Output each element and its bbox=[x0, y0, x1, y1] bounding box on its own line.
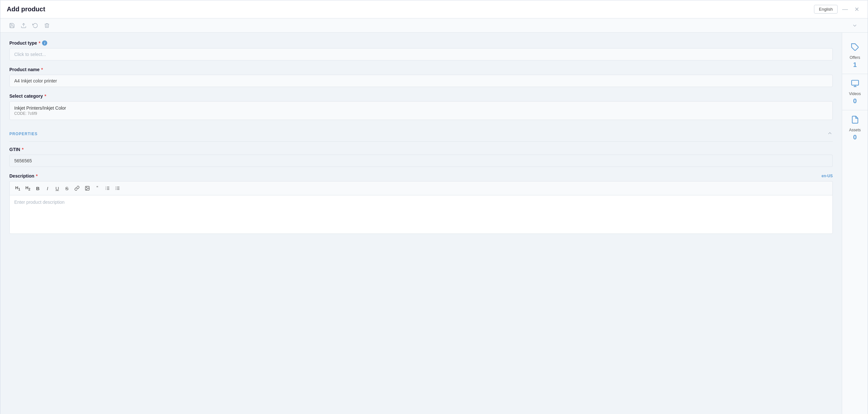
product-type-field: Product type * i bbox=[9, 40, 833, 60]
gtin-input[interactable] bbox=[9, 155, 833, 167]
description-required: * bbox=[36, 173, 37, 179]
link-icon bbox=[74, 186, 80, 191]
delete-button[interactable] bbox=[42, 21, 52, 30]
blockquote-icon: “ bbox=[96, 185, 98, 191]
right-sidebar: Offers 1 Videos 0 bbox=[842, 33, 868, 414]
page-title: Add product bbox=[7, 5, 45, 13]
blockquote-button[interactable]: “ bbox=[93, 184, 102, 193]
svg-point-12 bbox=[116, 187, 117, 187]
videos-label: Videos bbox=[849, 92, 861, 96]
editor-toolbar: H1 H2 B I U bbox=[9, 181, 833, 195]
export-icon bbox=[21, 23, 27, 28]
select-category-label-text: Select category bbox=[9, 93, 43, 99]
videos-count: 0 bbox=[853, 97, 857, 105]
product-type-input[interactable] bbox=[9, 48, 833, 60]
category-name: Inkjet Printers/Inkjet Color bbox=[14, 106, 828, 111]
unordered-list-icon bbox=[115, 186, 120, 191]
select-category-field: Select category * Inkjet Printers/Inkjet… bbox=[9, 93, 833, 120]
sidebar-item-assets[interactable]: Assets 0 bbox=[842, 110, 868, 146]
minimize-icon: — bbox=[842, 6, 848, 12]
svg-point-13 bbox=[116, 188, 117, 188]
export-button[interactable] bbox=[19, 21, 29, 30]
underline-icon: U bbox=[55, 186, 59, 191]
ordered-list-button[interactable]: 1 2 3 bbox=[102, 184, 112, 192]
chevron-up-icon bbox=[827, 130, 833, 136]
sidebar-item-videos[interactable]: Videos 0 bbox=[842, 74, 868, 110]
language-button[interactable]: English bbox=[814, 5, 838, 13]
save-button[interactable] bbox=[7, 21, 17, 30]
title-bar: Add product English — ✕ bbox=[0, 0, 868, 19]
svg-rect-16 bbox=[851, 80, 859, 85]
description-placeholder: Enter product description bbox=[14, 200, 65, 205]
bold-icon: B bbox=[36, 186, 39, 191]
product-name-input[interactable] bbox=[9, 75, 833, 87]
italic-icon: I bbox=[47, 186, 48, 191]
assets-count: 0 bbox=[853, 134, 857, 141]
videos-icon bbox=[851, 79, 859, 90]
description-editor[interactable]: Enter product description bbox=[9, 195, 833, 234]
gtin-field: GTIN * bbox=[9, 147, 833, 167]
product-type-label: Product type * i bbox=[9, 40, 833, 46]
strikethrough-button[interactable]: S bbox=[62, 184, 71, 193]
ordered-list-icon: 1 2 3 bbox=[105, 186, 110, 191]
italic-button[interactable]: I bbox=[43, 184, 52, 193]
chevron-down-icon bbox=[852, 23, 858, 28]
product-type-info-icon[interactable]: i bbox=[42, 40, 47, 46]
svg-text:3: 3 bbox=[105, 188, 106, 190]
locale-tag: en-US bbox=[822, 174, 833, 178]
select-category-label: Select category * bbox=[9, 93, 833, 99]
properties-section: PROPERTIES GTIN * bbox=[9, 126, 833, 234]
minimize-button[interactable]: — bbox=[840, 4, 850, 14]
offers-icon bbox=[851, 43, 859, 53]
image-icon bbox=[85, 186, 90, 191]
select-category-required: * bbox=[44, 93, 46, 99]
title-bar-actions: English — ✕ bbox=[814, 4, 861, 14]
gtin-required: * bbox=[22, 147, 23, 152]
assets-label: Assets bbox=[849, 128, 861, 132]
unordered-list-button[interactable] bbox=[113, 184, 123, 192]
toolbar bbox=[0, 19, 868, 33]
properties-title: PROPERTIES bbox=[9, 131, 37, 136]
image-button[interactable] bbox=[83, 184, 92, 192]
product-name-label-text: Product name bbox=[9, 67, 39, 72]
strikethrough-icon: S bbox=[65, 186, 68, 191]
assets-icon bbox=[851, 115, 859, 126]
h1-button[interactable]: H1 bbox=[13, 184, 22, 193]
bold-button[interactable]: B bbox=[33, 184, 42, 193]
trash-icon bbox=[44, 23, 50, 28]
properties-collapse-button[interactable] bbox=[827, 130, 833, 138]
description-field: Description * en-US H1 H2 bbox=[9, 173, 833, 234]
gtin-label-text: GTIN bbox=[9, 147, 20, 152]
save-icon bbox=[9, 23, 15, 28]
description-label-text: Description bbox=[9, 173, 34, 179]
offers-count: 1 bbox=[853, 61, 857, 68]
svg-point-2 bbox=[86, 187, 87, 188]
product-type-label-text: Product type bbox=[9, 40, 37, 46]
undo-button[interactable] bbox=[30, 21, 40, 30]
product-name-field: Product name * bbox=[9, 67, 833, 87]
properties-header: PROPERTIES bbox=[9, 126, 833, 142]
gtin-label: GTIN * bbox=[9, 147, 833, 152]
underline-button[interactable]: U bbox=[53, 184, 62, 193]
description-label: Description * bbox=[9, 173, 37, 179]
main-layout: Product type * i Product name * Select c… bbox=[0, 33, 868, 414]
description-label-row: Description * en-US bbox=[9, 173, 833, 179]
close-button[interactable]: ✕ bbox=[852, 4, 861, 14]
product-name-label: Product name * bbox=[9, 67, 833, 72]
undo-icon bbox=[32, 23, 38, 28]
product-type-required: * bbox=[39, 40, 40, 46]
h1-icon: H1 bbox=[15, 185, 20, 191]
offers-label: Offers bbox=[849, 55, 860, 60]
sidebar-item-offers[interactable]: Offers 1 bbox=[842, 38, 868, 74]
product-name-required: * bbox=[41, 67, 43, 72]
h2-icon: H2 bbox=[25, 185, 30, 191]
h2-button[interactable]: H2 bbox=[23, 184, 32, 193]
close-icon: ✕ bbox=[855, 6, 859, 13]
main-window: Add product English — ✕ bbox=[0, 0, 868, 414]
expand-button[interactable] bbox=[849, 21, 860, 30]
category-box[interactable]: Inkjet Printers/Inkjet Color CODE: 7c6f9 bbox=[9, 101, 833, 120]
svg-point-14 bbox=[116, 189, 117, 190]
category-code: CODE: 7c6f9 bbox=[14, 111, 828, 116]
content-area: Product type * i Product name * Select c… bbox=[0, 33, 842, 414]
link-button[interactable] bbox=[72, 184, 82, 192]
